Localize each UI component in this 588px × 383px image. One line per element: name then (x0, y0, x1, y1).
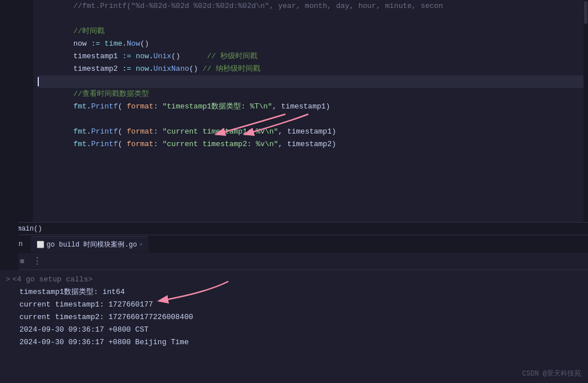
terminal-section: Run ⬜ go build 时间模块案例.go ✕ ↺ ■ ⋮ > <4 go… (0, 235, 588, 383)
code-line-31: fmt.Printf( format: "timestamp1数据类型: %T\… (38, 100, 583, 113)
code-line-25: //时间戳 (38, 25, 583, 38)
tab-go-build-label: go build 时间模块案例.go (47, 240, 137, 249)
more-button[interactable]: ⋮ (30, 255, 44, 268)
fold-cell-29 (23, 75, 33, 88)
stop-button[interactable]: ■ (17, 256, 26, 267)
term-prompt-char: > (6, 273, 10, 286)
term-line-ts1: current timestamp1: 1727660177 (6, 299, 582, 311)
fold-cell-33 (23, 126, 33, 138)
fold-cell-28 (23, 63, 33, 75)
code-line-35 (38, 151, 583, 163)
fold-cell-25 (23, 25, 33, 38)
fold-cell-27 (23, 50, 33, 63)
term-date2-text: 2024-09-30 09:36:17 +0800 Beijing Time (19, 336, 188, 349)
term-line-date1: 2024-09-30 09:36:17 +0800 CST (6, 324, 582, 336)
term-timestamp-type-text: timestamp1数据类型: int64 (19, 286, 125, 299)
fold-cell-23 (23, 0, 33, 13)
code-editor[interactable]: //fmt.Printf("%d-%02d-%02d %02d:%02d:%02… (33, 0, 583, 222)
fold-cell-24 (23, 13, 33, 25)
term-date1-text: 2024-09-30 09:36:17 +0800 CST (19, 324, 148, 336)
terminal-tabs-bar: Run ⬜ go build 时间模块案例.go ✕ (0, 235, 588, 253)
sidebar-icons (0, 0, 18, 222)
tab-icon: ⬜ (37, 241, 45, 248)
vertical-scrollbar[interactable] (583, 0, 588, 222)
term-line-ts2: current timestamp2: 1727660177226008400 (6, 311, 582, 324)
code-line-26: now := time.Now() (38, 38, 583, 50)
term-ts1-text: current timestamp1: 1727660177 (19, 299, 153, 311)
fold-cell-30 (23, 88, 33, 100)
code-line-28: timestamp2 := now.UnixNano() // 纳秒级时间戳 (38, 63, 583, 75)
term-line-date2: 2024-09-30 09:36:17 +0800 Beijing Time (6, 336, 582, 349)
term-line-setup: > <4 go setup calls> (6, 273, 582, 286)
code-line-34: fmt.Printf( format: "current timestamp2:… (38, 138, 583, 151)
fold-cell-31 (23, 100, 33, 113)
editor-section: 23242526272829303132333435 //fmt.Printf(… (0, 0, 588, 222)
code-line-32 (38, 113, 583, 126)
tab-close-button[interactable]: ✕ (139, 241, 143, 248)
code-line-33: fmt.Printf( format: "current timestamp1:… (38, 126, 583, 138)
code-line-27: timestamp1 := now.Unix() // 秒级时间戳 (38, 50, 583, 63)
outline-label: main() (17, 225, 42, 233)
tab-go-build[interactable]: ⬜ go build 时间模块案例.go ✕ (31, 236, 148, 252)
term-line-timestamp-type: timestamp1数据类型: int64 (6, 286, 582, 299)
term-ts2-text: current timestamp2: 1727660177226008400 (19, 311, 193, 324)
fold-cell-26 (23, 38, 33, 50)
code-line-23: //fmt.Printf("%d-%02d-%02d %02d:%02d:%02… (38, 0, 583, 13)
terminal-toolbar: ↺ ■ ⋮ (0, 253, 588, 270)
code-line-29 (38, 75, 583, 88)
fold-cell-32 (23, 113, 33, 126)
term-setup-text: <4 go setup calls> (13, 273, 92, 286)
code-line-30: //查看时间戳数据类型 (38, 88, 583, 100)
fold-cell-35 (23, 151, 33, 163)
fold-indicators (23, 0, 33, 222)
code-line-24 (38, 13, 583, 25)
outline-bar: ▶ □ main() (0, 222, 588, 235)
watermark: CSDN @景天科技苑 (522, 369, 581, 378)
terminal-output: > <4 go setup calls> timestamp1数据类型: int… (0, 270, 588, 383)
fold-cell-34 (23, 138, 33, 151)
